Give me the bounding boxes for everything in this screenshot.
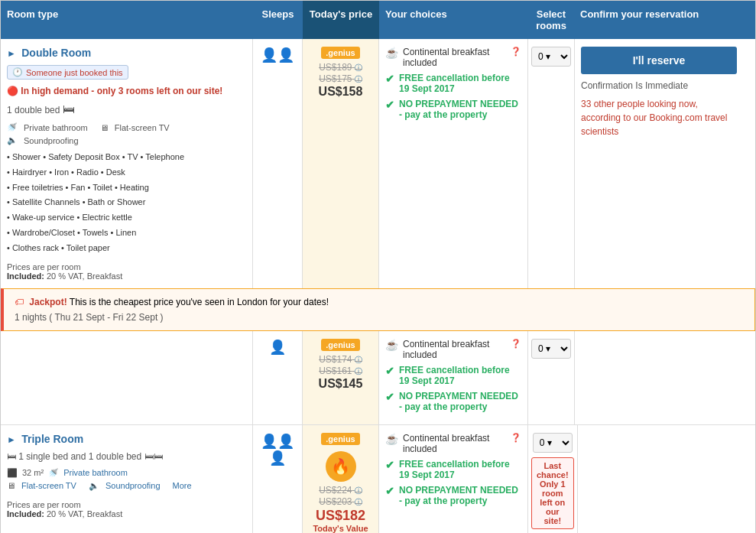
header-sleeps: Sleeps xyxy=(253,1,303,39)
price-info-icon-5[interactable]: ⓘ xyxy=(355,486,362,495)
coffee-icon-2: ☕ xyxy=(385,339,398,351)
amenities-list-1: • Shower • Safety Deposit Box • TV • Tel… xyxy=(7,150,246,256)
choice-cancel-2: ✔ FREE cancellation before 19 Sept 2017 xyxy=(385,365,521,386)
triple-room-row: ► Triple Room 🛏 1 single bed and 1 doubl… xyxy=(1,425,755,533)
price-info-icon-1[interactable]: ⓘ xyxy=(355,63,362,72)
sound-icon: 🔈 xyxy=(7,135,18,145)
jackpot-dates: 1 nights ( Thu 21 Sept - Fri 22 Sept ) xyxy=(15,312,744,323)
double-room-price-2: .genius US$174 ⓘ US$161 ⓘ US$145 xyxy=(303,331,379,424)
help-icon-2[interactable]: ❓ xyxy=(511,339,521,349)
help-icon-3[interactable]: ❓ xyxy=(511,433,521,443)
person-icon-2: 👤 xyxy=(269,340,286,355)
price-info-icon-3[interactable]: ⓘ xyxy=(355,356,362,364)
prices-note-1: Prices are per room Included: 20 % VAT, … xyxy=(7,262,246,281)
genius-badge-1: .genius xyxy=(321,47,360,59)
price-info-icon-2[interactable]: ⓘ xyxy=(355,75,362,83)
person-icon-1: 👤👤 xyxy=(261,47,294,63)
price-info-icon-6[interactable]: ⓘ xyxy=(355,498,362,506)
double-room-choices-2: ☕ Continental breakfast included ❓ ✔ FRE… xyxy=(379,331,528,424)
double-room-row-2: 👤 .genius US$174 ⓘ US$161 ⓘ US$145 ☕ xyxy=(1,331,755,424)
alarm-icon: 🕐 xyxy=(12,67,23,77)
choice-prepay-1: ✔ NO PREPAYMENT NEEDED - pay at the prop… xyxy=(385,99,521,120)
sq-meter-row: ⬛ 32 m² 🚿 Private bathroom xyxy=(7,468,246,478)
double-room-info: ► Double Room 🕐 Someone just booked this… xyxy=(1,39,253,288)
area-icon: ⬛ xyxy=(7,468,18,478)
triple-room-confirm xyxy=(578,425,746,533)
prices-note-2: Prices are per room Included: 20 % VAT, … xyxy=(7,500,246,518)
single-bed-icon: 🛏 xyxy=(7,451,16,462)
amenity-tv-triple: 🖥 Flat-screen TV 🔈 Soundproofing More xyxy=(7,481,246,491)
double-room-price: .genius US$189 ⓘ US$175 ⓘ US$158 xyxy=(303,39,379,288)
more-link[interactable]: More xyxy=(173,481,192,490)
price-struck-3: US$224 ⓘ xyxy=(306,485,375,496)
help-icon-1[interactable]: ❓ xyxy=(511,47,521,57)
bed-info-triple: 🛏 1 single bed and 1 double bed 🛏🛏 xyxy=(7,451,246,462)
check-icon-2: ✔ xyxy=(385,99,394,111)
triangle-icon-2: ► xyxy=(7,434,16,445)
double-room-link[interactable]: Double Room xyxy=(21,47,91,59)
choice-cancel-1: ✔ FREE cancellation before 19 Sept 2017 xyxy=(385,73,521,94)
reserve-button[interactable]: I'll reserve xyxy=(581,47,737,74)
tv-icon: 🖥 xyxy=(100,123,109,132)
triple-room-link[interactable]: Triple Room xyxy=(21,433,83,445)
check-icon-1: ✔ xyxy=(385,73,394,85)
fire-deal-icon: 🔥 xyxy=(331,457,350,476)
jackpot-message: 🏷 Jackpot! This is the cheapest price yo… xyxy=(15,297,744,307)
triple-room-select: 0 ▾ 1 Last chance! Only 1 room left on o… xyxy=(528,425,578,533)
genius-badge-2: .genius xyxy=(321,339,360,351)
check-icon-5: ✔ xyxy=(385,459,394,471)
bathroom-icon: 🚿 xyxy=(7,122,18,132)
choice-prepay-2: ✔ NO PREPAYMENT NEEDED - pay at the prop… xyxy=(385,391,521,412)
table-header: Room type Sleeps Today's price Your choi… xyxy=(1,1,755,39)
people-looking-text: 33 other people looking now, according t… xyxy=(581,97,737,138)
triple-room-price: .genius 🔥 US$224 ⓘ US$203 ⓘ US$182 Today… xyxy=(303,425,379,533)
last-chance-badge: Last chance! Only 1 room left on our sit… xyxy=(531,457,574,529)
just-booked-badge: 🕐 Someone just booked this xyxy=(7,65,128,80)
double-bed-icon: 🛏🛏 xyxy=(144,451,163,462)
choice-breakfast-2: ☕ Continental breakfast included ❓ xyxy=(385,339,521,360)
double-room-choices: ☕ Continental breakfast included ❓ ✔ FRE… xyxy=(379,39,528,288)
coffee-icon-3: ☕ xyxy=(385,433,398,445)
price-final-1: US$158 xyxy=(306,85,375,99)
header-room-type: Room type xyxy=(1,1,253,39)
triple-room-info: ► Triple Room 🛏 1 single bed and 1 doubl… xyxy=(1,425,253,533)
double-room-sleeps: 👤👤 xyxy=(253,39,303,288)
header-choices: Your choices xyxy=(379,1,528,39)
sound-icon-2: 🔈 xyxy=(89,481,99,491)
triple-room-section: ► Triple Room 🛏 1 single bed and 1 doubl… xyxy=(1,425,755,533)
value-deal-label: Today's Value Deal xyxy=(306,524,375,533)
person-icon-3: 👤👤👤 xyxy=(261,434,294,466)
double-room-confirm: I'll reserve Confirmation Is Immediate 3… xyxy=(575,39,743,288)
header-select: Select rooms xyxy=(528,1,574,39)
price-final-2: US$145 xyxy=(306,377,375,391)
price-info-icon-4[interactable]: ⓘ xyxy=(355,367,362,375)
price-mid-2: US$161 ⓘ xyxy=(306,366,375,377)
confirm-immediate-text: Confirmation Is Immediate xyxy=(581,80,737,91)
header-price: Today's price xyxy=(303,1,379,39)
double-room-info-2 xyxy=(1,331,253,424)
check-icon-3: ✔ xyxy=(385,365,394,377)
price-mid-1: US$175 ⓘ xyxy=(306,73,375,85)
triple-room-sleeps: 👤👤👤 xyxy=(253,425,303,533)
double-room-section: ► Double Room 🕐 Someone just booked this… xyxy=(1,39,755,425)
double-room-sleeps-2: 👤 xyxy=(253,331,303,424)
tv-icon-2: 🖥 xyxy=(7,481,15,490)
high-demand-notice: 🔴 In high demand - only 3 rooms left on … xyxy=(7,86,246,96)
choice-prepay-3: ✔ NO PREPAYMENT NEEDED - pay at the prop… xyxy=(385,485,521,506)
bathroom-icon-2: 🚿 xyxy=(48,468,59,478)
check-icon-6: ✔ xyxy=(385,485,394,497)
price-struck-1: US$189 ⓘ xyxy=(306,62,375,73)
choice-breakfast-1: ☕ Continental breakfast included ❓ xyxy=(385,47,521,68)
choice-breakfast-3: ☕ Continental breakfast included ❓ xyxy=(385,433,521,454)
jackpot-banner: 🏷 Jackpot! This is the cheapest price yo… xyxy=(1,288,755,331)
double-room-confirm-2 xyxy=(575,331,743,424)
triangle-icon: ► xyxy=(7,48,16,59)
bed-info: 1 double bed 🛏 xyxy=(7,102,246,116)
tag-icon: 🏷 xyxy=(15,297,24,307)
select-dropdown-3[interactable]: 0 ▾ 1 xyxy=(533,433,573,453)
triple-room-choices: ☕ Continental breakfast included ❓ ✔ FRE… xyxy=(379,425,528,533)
select-dropdown-1[interactable]: 0 ▾ 1 2 3 xyxy=(531,47,571,67)
price-final-3: US$182 xyxy=(306,508,375,524)
choice-cancel-3: ✔ FREE cancellation before 19 Sept 2017 xyxy=(385,459,521,480)
select-dropdown-2[interactable]: 0 ▾ 1 2 xyxy=(531,339,571,359)
